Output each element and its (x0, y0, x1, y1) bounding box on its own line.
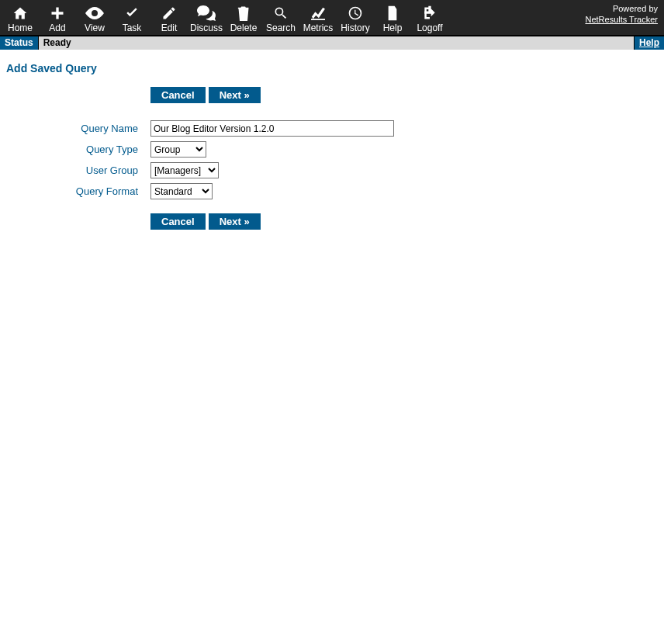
trash-icon (237, 5, 251, 22)
toolbar-label: History (341, 22, 369, 33)
statusbar-help-link[interactable]: Help (634, 36, 664, 50)
top-toolbar: Home Add View Task Edit (0, 0, 664, 35)
toolbar-discuss[interactable]: Discuss (188, 5, 225, 35)
plus-icon (50, 5, 65, 22)
toolbar-help[interactable]: Help (374, 5, 411, 35)
toolbar-delete[interactable]: Delete (225, 5, 262, 35)
toolbar-label: Add (49, 22, 65, 33)
eye-icon (85, 5, 104, 22)
toolbar-metrics[interactable]: Metrics (299, 5, 337, 35)
toolbar-label: Help (383, 22, 403, 33)
form-area: Cancel Next » Query Name Query Type Grou… (0, 81, 664, 253)
toolbar-branding: Powered by NetResults Tracker (585, 0, 664, 35)
cancel-button[interactable]: Cancel (150, 87, 206, 103)
query-format-select[interactable]: Standard (150, 183, 213, 199)
toolbar-label: Task (123, 22, 142, 33)
chart-icon (310, 5, 327, 22)
powered-by-label: Powered by (585, 3, 658, 14)
button-row-bottom: Cancel Next » (150, 213, 658, 230)
toolbar-search[interactable]: Search (262, 5, 299, 35)
toolbar-edit[interactable]: Edit (150, 5, 188, 35)
check-icon (123, 5, 140, 22)
toolbar-label: Edit (161, 22, 178, 33)
home-icon (12, 5, 29, 22)
next-button[interactable]: Next » (209, 87, 261, 103)
query-name-label: Query Name (6, 123, 150, 134)
status-value: Ready (39, 36, 76, 50)
search-icon (273, 5, 289, 22)
toolbar-add[interactable]: Add (39, 5, 76, 35)
user-group-select[interactable]: [Managers] (150, 162, 219, 178)
toolbar-label: Delete (230, 22, 258, 33)
toolbar-items: Home Add View Task Edit (0, 0, 450, 35)
status-bar: Status Ready Help (0, 35, 664, 50)
toolbar-history[interactable]: History (337, 5, 374, 35)
toolbar-view[interactable]: View (76, 5, 113, 35)
toolbar-label: Home (8, 22, 33, 33)
toolbar-label: Search (266, 22, 296, 33)
toolbar-label: Discuss (190, 22, 223, 33)
query-type-select[interactable]: Group (150, 141, 206, 158)
file-icon (386, 5, 399, 22)
query-type-label: Query Type (6, 144, 150, 155)
page-title: Add Saved Query (0, 50, 664, 81)
toolbar-logoff[interactable]: Logoff (411, 5, 448, 35)
query-name-input[interactable] (150, 120, 394, 137)
next-button[interactable]: Next » (209, 213, 261, 230)
brand-link[interactable]: NetResults Tracker (585, 15, 658, 24)
toolbar-label: Metrics (303, 22, 334, 33)
comments-icon (197, 5, 216, 22)
toolbar-task[interactable]: Task (113, 5, 150, 35)
query-format-label: Query Format (6, 185, 150, 197)
pencil-icon (161, 5, 177, 22)
toolbar-home[interactable]: Home (2, 5, 39, 35)
button-row-top: Cancel Next » (150, 87, 658, 103)
toolbar-label: Logoff (417, 22, 442, 33)
status-label: Status (0, 36, 39, 50)
logoff-icon (421, 5, 438, 22)
toolbar-label: View (85, 22, 105, 33)
cancel-button[interactable]: Cancel (150, 213, 206, 230)
user-group-label: User Group (6, 164, 150, 176)
clock-icon (348, 5, 363, 22)
